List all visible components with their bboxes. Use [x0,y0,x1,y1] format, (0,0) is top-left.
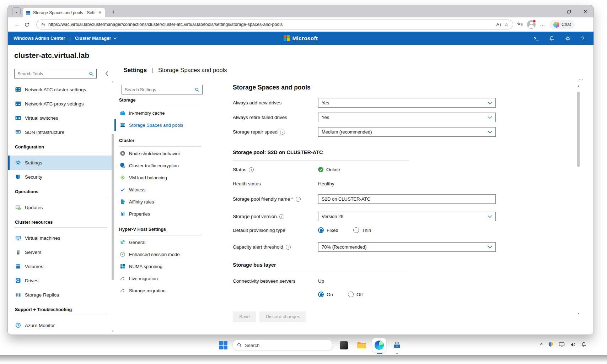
content-title: Storage Spaces and pools [233,84,577,91]
sidebar-item-network-atc-cluster-settings[interactable]: Network ATC cluster settings [8,82,114,97]
settings-search[interactable] [122,85,203,94]
capacity-threshold-dropdown[interactable]: 70% (Recommended) [318,242,496,252]
task-view-button[interactable] [337,338,351,352]
settings-item-live-migration[interactable]: Live migration [114,272,206,284]
radio-thin[interactable]: Thin [353,227,371,233]
browser-menu-icon[interactable]: … [538,22,547,27]
scroll-down-icon[interactable]: ▼ [576,312,581,315]
file-explorer-button[interactable] [354,338,369,352]
replica-icon [15,292,21,298]
sidebar-item-sdn-infrastructure[interactable]: SDN infrastructure [8,125,114,139]
scrollbar-thumb[interactable] [577,92,580,167]
radio-on[interactable]: On [318,292,333,297]
discard-changes-button[interactable]: Discard changes [259,311,307,322]
tray-chevron-icon[interactable]: ^ [540,342,543,347]
page-pencil-icon [119,199,125,205]
settings-item-node-shutdown-behavior[interactable]: Node shutdown behavior [114,147,206,159]
defender-shield-icon[interactable] [548,342,553,347]
sidebar-item-drives[interactable]: Drives [8,273,114,288]
settings-item-vm-load-balancing[interactable]: VM load balancing [114,172,206,184]
settings-item-cluster-traffic-encryption[interactable]: Cluster traffic encryption [114,159,206,172]
pool-version-dropdown[interactable]: Version 29 [318,212,496,221]
separator: | [69,36,70,41]
settings-item-properties[interactable]: Properties [114,208,206,220]
close-button[interactable]: ✕ [577,5,593,17]
browser-tab[interactable]: Storage Spaces and pools - Settin ✕ [23,8,105,17]
speaker-icon[interactable] [570,342,576,347]
settings-item-general[interactable]: General [114,236,206,248]
help-icon[interactable]: ? [581,35,584,41]
radio-fixed[interactable]: Fixed [318,227,338,233]
browser-toolbar: ← https://wac.virtual.lab/clustermanager… [8,17,593,32]
wac-app-button[interactable] [390,338,404,352]
settings-item-storage-migration[interactable]: Storage migration [114,284,206,297]
sidebar-item-virtual-machines[interactable]: Virtual machines [8,231,114,245]
sidebar-item-virtual-switches[interactable]: Virtual switches [8,111,114,125]
settings-item-numa-spanning[interactable]: NUMA spanning [114,260,206,272]
info-icon[interactable]: i [249,167,254,172]
back-icon[interactable]: ← [12,22,22,28]
taskbar-search-input[interactable] [245,343,328,348]
more-options-icon[interactable]: … [579,76,584,81]
disk-stack-icon [15,264,21,270]
restore-button[interactable] [561,5,577,17]
display-network-icon[interactable] [559,342,565,347]
read-aloud-icon[interactable]: A) [496,22,501,27]
scroll-up-icon[interactable]: ▲ [576,85,581,87]
tools-search-input[interactable] [15,71,89,76]
notification-bell-icon[interactable] [581,342,586,347]
friendly-name-input[interactable]: S2D on CLUSTER-ATC [318,194,496,204]
sidebar-item-updates[interactable]: Updates [8,200,114,214]
edge-button[interactable] [372,338,386,352]
server-rack-icon [15,249,21,255]
sidebar-item-azure-monitor[interactable]: Azure Monitor [8,318,114,332]
settings-item-in-memory-cache[interactable]: In-memory cache [114,107,206,119]
solution-menu[interactable]: Cluster Manager [75,36,117,41]
settings-item-storage-spaces-and-pools[interactable]: Storage Spaces and pools [114,119,206,131]
copilot-chat-button[interactable]: Chat [549,20,575,29]
notifications-bell-icon[interactable] [549,36,554,41]
connectivity-value: Up [318,278,324,284]
vm-monitor-icon [15,235,21,241]
favorite-star-icon[interactable]: ☆ [504,22,509,27]
start-button[interactable] [217,338,229,352]
scroll-down-icon[interactable]: ▼ [110,330,116,332]
settings-search-input[interactable] [122,87,195,92]
info-icon[interactable]: i [280,130,285,135]
taskbar-search[interactable] [232,339,333,351]
product-name[interactable]: Windows Admin Center [14,36,65,41]
sidebar-item-network-atc-proxy-settings[interactable]: Network ATC proxy settings [8,97,114,111]
sidebar-item-servers[interactable]: Servers [8,245,114,259]
settings-item-witness[interactable]: Witness [114,184,206,196]
refresh-icon[interactable] [24,22,34,27]
favorites-bar-icon[interactable] [515,22,525,27]
powershell-icon[interactable]: >_ [534,36,538,41]
sidebar-item-volumes[interactable]: Volumes [8,259,114,273]
sidebar-item-storage-replica[interactable]: Storage Replica [8,288,114,302]
storage-repair-speed-dropdown[interactable]: Medium (recommended) [318,127,496,137]
tools-search[interactable] [14,69,97,78]
settings-item-enhanced-session-mode[interactable]: Enhanced session mode [114,248,206,260]
info-icon[interactable]: i [279,214,284,219]
profile-avatar[interactable] [527,20,536,29]
info-icon[interactable]: i [296,197,301,202]
settings-item-affinity-rules[interactable]: Affinity rules [114,196,206,208]
collapse-sidebar-icon[interactable] [103,70,110,77]
always-retire-failed-drives-dropdown[interactable]: Yes [318,113,496,122]
scrollbar-thumb[interactable] [112,134,114,280]
tab-close-icon[interactable]: ✕ [98,10,102,15]
sidebar-item-settings[interactable]: Settings [8,156,114,170]
minimize-button[interactable]: – [544,5,561,17]
tab-list-button[interactable]: ⌄ [12,7,21,15]
info-icon[interactable]: i [286,245,291,250]
address-bar[interactable]: https://wac.virtual.lab/clustermanager/c… [36,20,513,29]
settings-gear-icon[interactable] [565,36,571,41]
content-scrollbar[interactable]: ▲ ▼ [576,85,581,315]
url-text[interactable]: https://wac.virtual.lab/clustermanager/c… [48,22,493,27]
row-health-status: Health status Healthy [233,181,577,186]
save-button[interactable]: Save [233,311,256,322]
sidebar-item-security[interactable]: Security [8,170,114,184]
radio-off[interactable]: Off [348,292,363,297]
new-tab-button[interactable]: + [109,9,118,16]
always-add-new-drives-dropdown[interactable]: Yes [318,98,496,108]
